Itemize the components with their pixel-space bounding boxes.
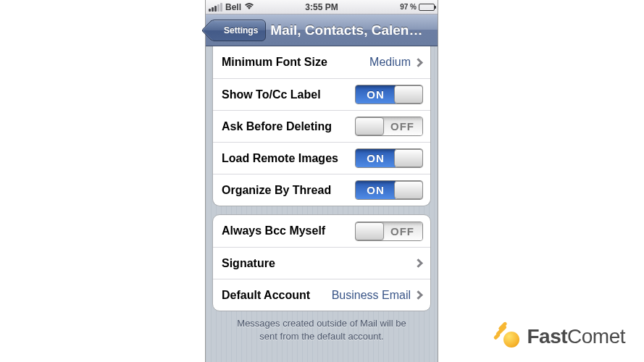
toggle-on-label: ON — [356, 149, 396, 167]
toggle-always-bcc-myself[interactable]: ON OFF — [355, 222, 423, 241]
row-label: Organize By Thread — [222, 184, 355, 197]
row-label: Default Account — [222, 289, 332, 302]
footer-line-1: Messages created outside of Mail will be — [212, 317, 431, 330]
row-label: Signature — [222, 257, 415, 270]
comet-icon — [496, 324, 521, 349]
toggle-on-label: ON — [356, 181, 396, 199]
toggle-knob — [394, 85, 423, 104]
toggle-show-to-cc[interactable]: ON OFF — [355, 85, 423, 104]
battery-percent: 97 % — [400, 3, 417, 11]
toggle-knob — [394, 149, 423, 167]
status-right: 97 % — [400, 3, 435, 11]
row-always-bcc-myself[interactable]: Always Bcc Myself ON OFF — [213, 215, 430, 247]
toggle-off-label: OFF — [382, 117, 422, 135]
footer-line-2: sent from the default account. — [212, 330, 431, 343]
wifi-icon — [244, 2, 254, 12]
status-bar: Bell 3:55 PM 97 % — [206, 0, 438, 14]
fastcomet-logo: FastComet — [496, 324, 625, 349]
row-ask-before-deleting[interactable]: Ask Before Deleting ON OFF — [213, 110, 430, 142]
row-minimum-font-size[interactable]: Minimum Font Size Medium — [213, 46, 430, 78]
toggle-knob — [355, 222, 384, 240]
back-button-label: Settings — [224, 25, 258, 35]
row-label: Always Bcc Myself — [222, 224, 355, 237]
back-button[interactable]: Settings — [210, 20, 266, 41]
signal-strength-icon — [209, 3, 222, 12]
toggle-ask-before-deleting[interactable]: ON OFF — [355, 117, 423, 136]
row-label: Show To/Cc Label — [222, 88, 355, 101]
status-time: 3:55 PM — [305, 2, 338, 12]
chevron-right-icon — [414, 58, 423, 67]
row-value: Medium — [369, 56, 411, 69]
footer-note: Messages created outside of Mail will be… — [212, 317, 431, 342]
chevron-right-icon — [414, 258, 423, 268]
page-title: Mail, Contacts, Calen… — [270, 22, 433, 38]
toggle-organize-by-thread[interactable]: ON OFF — [355, 180, 423, 200]
row-load-remote-images[interactable]: Load Remote Images ON OFF — [213, 142, 430, 174]
row-signature[interactable]: Signature — [213, 247, 430, 279]
row-value: Business Email — [332, 289, 411, 302]
brand-text: FastComet — [527, 325, 625, 348]
row-organize-by-thread[interactable]: Organize By Thread ON OFF — [213, 174, 430, 206]
settings-group-2: Always Bcc Myself ON OFF Signature Defau… — [212, 214, 431, 311]
settings-content[interactable]: Minimum Font Size Medium Show To/Cc Labe… — [206, 46, 438, 362]
toggle-on-label: ON — [356, 85, 396, 104]
row-show-to-cc-label[interactable]: Show To/Cc Label ON OFF — [213, 78, 430, 110]
settings-group-1: Minimum Font Size Medium Show To/Cc Labe… — [212, 46, 431, 206]
chevron-right-icon — [414, 290, 423, 300]
battery-icon — [419, 4, 435, 11]
row-label: Ask Before Deleting — [222, 120, 355, 133]
carrier-label: Bell — [225, 2, 241, 12]
phone-frame: Bell 3:55 PM 97 % Settings Mail, Contact… — [205, 0, 438, 362]
toggle-load-remote-images[interactable]: ON OFF — [355, 148, 423, 168]
nav-bar: Settings Mail, Contacts, Calen… — [206, 14, 438, 46]
toggle-knob — [355, 117, 384, 135]
row-default-account[interactable]: Default Account Business Email — [213, 279, 430, 311]
toggle-off-label: OFF — [382, 222, 422, 240]
row-label: Minimum Font Size — [222, 56, 369, 69]
toggle-knob — [394, 181, 423, 199]
row-label: Load Remote Images — [222, 152, 355, 165]
